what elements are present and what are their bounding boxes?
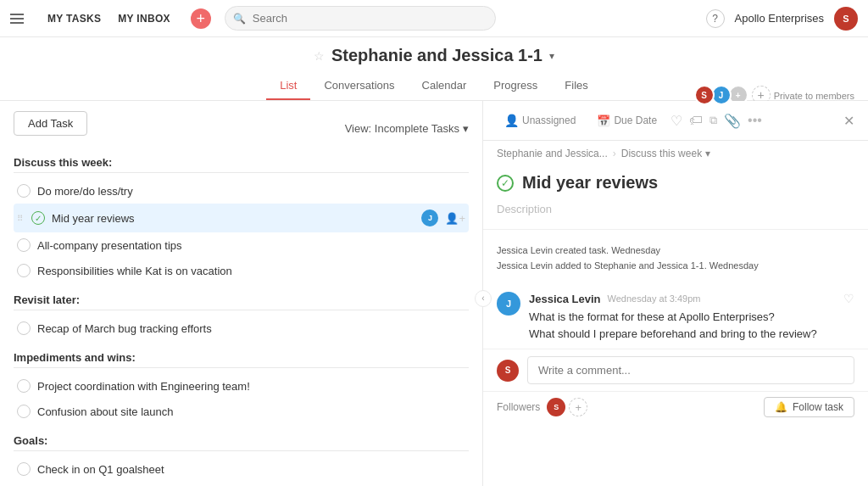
like-icon[interactable]: ♡	[843, 292, 854, 305]
right-panel-icons: ♡ 🏷 ⧉ 📎 •••	[670, 113, 762, 129]
drag-handle-icon: ⠿	[17, 214, 23, 223]
comment-body: Jessica Levin Wednesday at 3:49pm ♡ What…	[529, 292, 854, 342]
activity-meta: Jessica Levin created task. Wednesday Je…	[497, 243, 854, 273]
close-button[interactable]: ✕	[843, 113, 854, 129]
section-header-revisit: Revisit later:	[14, 293, 469, 310]
task-item[interactable]: Responsibilities while Kat is on vacatio…	[14, 258, 469, 283]
task-item[interactable]: Confusion about site launch	[14, 399, 469, 424]
view-filter-label: View: Incomplete Tasks	[345, 122, 459, 135]
comment-header: Jessica Levin Wednesday at 3:49pm ♡	[529, 292, 854, 305]
tab-calendar[interactable]: Calendar	[409, 72, 481, 100]
task-checkbox-checked[interactable]: ✓	[31, 211, 45, 225]
activity-action-2: added to Stephanie and Jessica 1-1.	[555, 260, 709, 271]
task-checkbox[interactable]	[17, 462, 31, 476]
tab-list[interactable]: List	[266, 72, 310, 100]
task-item[interactable]: Recap of March bug tracking efforts	[14, 316, 469, 341]
comment-item: J Jessica Levin Wednesday at 3:49pm ♡ Wh…	[483, 285, 868, 349]
calendar-icon: 📅	[597, 115, 610, 127]
company-name: Apollo Enterprises	[735, 12, 825, 25]
activity-action-1: created task.	[555, 245, 609, 255]
task-title-row: ✓ Mid year reviews	[483, 166, 868, 196]
view-filter-caret: ▾	[463, 122, 469, 135]
task-checkbox[interactable]	[17, 405, 31, 418]
tab-files[interactable]: Files	[551, 72, 601, 100]
tag-icon[interactable]: 🏷	[689, 113, 703, 128]
task-label: Do more/do less/try	[37, 185, 465, 198]
task-item[interactable]: All-company presentation tips	[14, 232, 469, 258]
add-button[interactable]: +	[191, 8, 211, 29]
more-icon[interactable]: •••	[748, 113, 762, 128]
member-avatar-1[interactable]: S	[694, 85, 715, 105]
right-panel: 👤 Unassigned 📅 Due Date ♡ 🏷 ⧉ 📎 ••• ✕ St…	[483, 101, 868, 486]
commenter-avatar: J	[497, 292, 520, 316]
due-date-label: Due Date	[614, 115, 657, 126]
follower-avatar-1: S	[547, 398, 565, 416]
help-icon[interactable]: ?	[706, 9, 725, 28]
top-navigation: MY TASKS MY INBOX + 🔍 ? Apollo Enterpris…	[0, 0, 868, 37]
breadcrumb-separator: ›	[613, 148, 616, 159]
breadcrumb-section-label: Discuss this week	[621, 148, 702, 159]
task-checkbox[interactable]	[17, 321, 31, 335]
task-item[interactable]: Project coordination with Engineering te…	[14, 373, 469, 399]
add-follower-button[interactable]: +	[569, 398, 587, 416]
breadcrumb-project[interactable]: Stephanie and Jessica...	[497, 148, 608, 159]
collapse-panel-button[interactable]: ‹	[475, 290, 492, 307]
project-title-row: ☆ Stephanie and Jessica 1-1 ▾	[0, 46, 868, 65]
search-container: 🔍	[225, 6, 496, 31]
section-header-goals: Goals:	[14, 434, 469, 451]
comment-time: Wednesday at 3:49pm	[608, 293, 701, 304]
task-assign-icon[interactable]: 👤+	[445, 212, 465, 225]
comment-input[interactable]	[527, 356, 854, 384]
due-date-button[interactable]: 📅 Due Date	[590, 111, 664, 131]
activity-user-2: Jessica Levin	[497, 260, 553, 271]
right-panel-header: 👤 Unassigned 📅 Due Date ♡ 🏷 ⧉ 📎 ••• ✕	[483, 101, 868, 141]
view-filter[interactable]: View: Incomplete Tasks ▾	[345, 122, 469, 135]
breadcrumb-section-caret: ▾	[705, 148, 710, 159]
heart-icon[interactable]: ♡	[670, 113, 682, 129]
task-label: Responsibilities while Kat is on vacatio…	[37, 265, 465, 277]
followers-label: Followers	[497, 401, 540, 413]
task-item-selected[interactable]: ⠿ ✓ Mid year reviews J 👤+	[14, 204, 469, 232]
project-title: Stephanie and Jessica 1-1	[331, 46, 542, 65]
breadcrumb: Stephanie and Jessica... › Discuss this …	[483, 141, 868, 166]
search-icon: 🔍	[233, 13, 246, 25]
task-checkbox[interactable]	[17, 184, 31, 198]
hamburger-menu[interactable]	[10, 10, 27, 27]
current-user-avatar: S	[497, 360, 519, 382]
comment-line-2: What should I prepare beforehand and bri…	[529, 327, 817, 340]
paperclip-icon[interactable]: 📎	[724, 113, 741, 129]
comment-input-row: S	[483, 349, 868, 391]
task-label: Mid year reviews	[52, 212, 415, 225]
star-icon[interactable]: ☆	[314, 49, 325, 63]
user-avatar[interactable]: S	[834, 7, 858, 31]
section-header-discuss: Discuss this week:	[14, 156, 469, 173]
nav-my-inbox[interactable]: MY INBOX	[111, 9, 177, 28]
copy-icon[interactable]: ⧉	[709, 114, 717, 127]
description-field[interactable]: Description	[483, 196, 868, 222]
add-task-button[interactable]: Add Task	[14, 111, 87, 136]
title-caret-icon[interactable]: ▾	[549, 50, 554, 62]
task-item[interactable]: Do more/do less/try	[14, 178, 469, 204]
nav-links: MY TASKS MY INBOX	[41, 9, 177, 28]
project-header-wrapper: ☆ Stephanie and Jessica 1-1 ▾ List Conve…	[0, 37, 868, 101]
nav-my-tasks[interactable]: MY TASKS	[41, 9, 108, 28]
activity-time-2: Wednesday	[709, 260, 759, 271]
search-input[interactable]	[225, 6, 496, 31]
unassigned-label: Unassigned	[522, 115, 576, 126]
members-label: Private to members	[774, 91, 854, 101]
task-assignee-avatar: J	[421, 209, 438, 226]
activity-user-1: Jessica Levin	[497, 245, 553, 255]
breadcrumb-section[interactable]: Discuss this week ▾	[621, 148, 710, 159]
task-checkbox[interactable]	[17, 379, 31, 393]
unassigned-button[interactable]: 👤 Unassigned	[497, 109, 583, 131]
tab-progress[interactable]: Progress	[480, 72, 551, 100]
task-item[interactable]: Check in on Q1 goalsheet	[14, 456, 469, 482]
task-label: Project coordination with Engineering te…	[37, 380, 465, 393]
follow-task-label: Follow task	[793, 401, 843, 413]
task-checkbox[interactable]	[17, 264, 31, 277]
task-checkbox[interactable]	[17, 238, 31, 252]
panel-toolbar: Add Task View: Incomplete Tasks ▾	[14, 111, 469, 146]
tab-conversations[interactable]: Conversations	[310, 72, 408, 100]
follow-task-button[interactable]: 🔔 Follow task	[764, 397, 854, 417]
task-complete-check[interactable]: ✓	[497, 175, 514, 192]
